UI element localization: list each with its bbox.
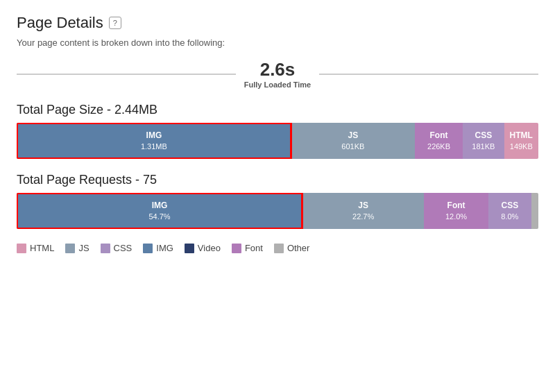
page-title-row: Page Details ? [17, 14, 538, 32]
timeline-label: 2.6s Fully Loaded Time [236, 59, 319, 89]
bar-segment-img[interactable]: IMG1.31MB [17, 123, 291, 159]
legend-item-other: Other [274, 243, 310, 253]
legend-label-video: Video [198, 243, 221, 253]
legend-swatch-other [274, 244, 284, 253]
bar-segment-font[interactable]: Font226KB [415, 123, 463, 159]
legend-item-video: Video [185, 243, 221, 253]
bar-segment-css[interactable]: CSS8.0% [488, 193, 531, 229]
timeline-value: 2.6s [244, 59, 311, 80]
legend-label-css: CSS [114, 243, 133, 253]
size-bar-chart: IMG1.31MBJS601KBFont226KBCSS181KBHTML149… [17, 123, 538, 159]
bar-segment-js[interactable]: JS22.7% [302, 193, 424, 229]
legend-swatch-video [185, 244, 194, 253]
legend-swatch-font [232, 244, 241, 253]
subtitle: Your page content is broken down into th… [17, 37, 538, 48]
requests-bar-chart: IMG54.7%JS22.7%Font12.0%CSS8.0% [17, 193, 538, 229]
legend-label-img: IMG [156, 243, 173, 253]
timeline-container: 2.6s Fully Loaded Time [17, 59, 538, 89]
requests-chart-title: Total Page Requests - 75 [17, 173, 538, 187]
size-chart-title: Total Page Size - 2.44MB [17, 103, 538, 117]
legend: HTMLJSCSSIMGVideoFontOther [17, 243, 538, 253]
legend-swatch-css [101, 244, 110, 253]
page-title: Page Details [17, 14, 103, 32]
legend-label-js: JS [78, 243, 89, 253]
legend-label-font: Font [245, 243, 263, 253]
bar-segment-img[interactable]: IMG54.7% [17, 193, 302, 229]
legend-swatch-img [143, 244, 153, 253]
legend-swatch-html [17, 244, 26, 253]
bar-segment-css[interactable]: CSS181KB [463, 123, 504, 159]
bar-segment-font[interactable]: Font12.0% [424, 193, 488, 229]
legend-label-html: HTML [30, 243, 54, 253]
legend-label-other: Other [287, 243, 310, 253]
help-icon[interactable]: ? [109, 17, 121, 29]
legend-item-html: HTML [17, 243, 54, 253]
legend-item-js: JS [65, 243, 89, 253]
timeline-sublabel: Fully Loaded Time [244, 80, 311, 89]
bar-segment-html[interactable]: HTML149KB [504, 123, 538, 159]
bar-segment-js[interactable]: JS601KB [291, 123, 415, 159]
legend-item-img: IMG [143, 243, 173, 253]
legend-item-css: CSS [101, 243, 133, 253]
legend-swatch-js [65, 244, 75, 253]
legend-item-font: Font [232, 243, 263, 253]
bar-segment-other[interactable] [531, 193, 538, 229]
